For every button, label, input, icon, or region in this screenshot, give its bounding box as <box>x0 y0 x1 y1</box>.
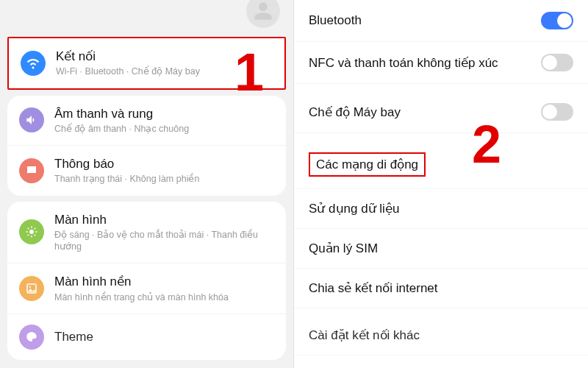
more-connections-label: Cài đặt kết nối khác <box>309 328 573 343</box>
nfc-label: NFC và thanh toán không tiếp xúc <box>309 55 534 71</box>
notifications-title: Thông báo <box>54 156 274 171</box>
profile-avatar[interactable] <box>246 0 280 28</box>
sound-title: Âm thanh và rung <box>54 106 274 121</box>
topbar <box>0 0 293 32</box>
sound-notifications-card: Âm thanh và rung Chế độ âm thanh · Nhạc … <box>7 96 286 196</box>
airplane-label: Chế độ Máy bay <box>309 105 534 120</box>
setting-row-tethering[interactable]: Chia sẻ kết nối internet <box>294 269 588 308</box>
svg-line-6 <box>35 235 36 236</box>
settings-item-wallpaper[interactable]: Màn hình nền Màn hình nền trang chủ và m… <box>7 263 286 314</box>
setting-row-sim[interactable]: Quản lý SIM <box>294 229 588 269</box>
settings-main-pane: Kết nối Wi-Fi · Bluetooth · Chế độ Máy b… <box>0 0 294 368</box>
display-icon <box>19 219 44 244</box>
person-icon <box>253 1 273 21</box>
settings-item-notifications[interactable]: Thông báo Thanh trạng thái · Không làm p… <box>7 146 286 196</box>
svg-line-5 <box>28 228 29 230</box>
divider <box>294 308 588 316</box>
svg-point-0 <box>29 230 34 234</box>
setting-row-more-connections[interactable]: Cài đặt kết nối khác <box>294 316 588 355</box>
bluetooth-toggle[interactable] <box>541 12 573 29</box>
svg-line-7 <box>28 235 29 236</box>
setting-row-airplane[interactable]: Chế độ Máy bay <box>294 91 588 133</box>
bluetooth-label: Bluetooth <box>309 13 534 28</box>
divider <box>294 133 588 141</box>
connections-title: Kết nối <box>56 49 273 64</box>
sim-label: Quản lý SIM <box>309 241 573 256</box>
mobile-networks-label: Các mạng di động <box>309 152 426 177</box>
divider <box>294 84 588 91</box>
display-sub: Độ sáng · Bảo vệ cho mắt thoải mái · Tha… <box>54 229 274 253</box>
wallpaper-title: Màn hình nền <box>54 274 274 289</box>
data-usage-label: Sử dụng dữ liệu <box>309 201 573 216</box>
setting-row-nfc[interactable]: NFC và thanh toán không tiếp xúc <box>294 42 588 84</box>
wallpaper-sub: Màn hình nền trang chủ và màn hình khóa <box>54 291 274 303</box>
tethering-label: Chia sẻ kết nối internet <box>309 280 573 296</box>
settings-item-display[interactable]: Màn hình Độ sáng · Bảo vệ cho mắt thoải … <box>7 202 286 264</box>
nfc-toggle[interactable] <box>541 54 573 71</box>
setting-row-mobile-networks[interactable]: Các mạng di động <box>294 141 588 189</box>
setting-row-bluetooth[interactable]: Bluetooth <box>294 0 588 42</box>
theme-icon <box>19 325 44 350</box>
settings-item-connections[interactable]: Kết nối Wi-Fi · Bluetooth · Chế độ Máy b… <box>9 38 284 88</box>
svg-point-10 <box>29 286 31 288</box>
wifi-icon <box>21 51 46 76</box>
settings-item-sound[interactable]: Âm thanh và rung Chế độ âm thanh · Nhạc … <box>7 96 286 146</box>
notification-icon <box>19 158 44 183</box>
settings-item-theme[interactable]: Theme <box>7 314 286 360</box>
row-texts: Kết nối Wi-Fi · Bluetooth · Chế độ Máy b… <box>56 49 273 78</box>
display-wallpaper-card: Màn hình Độ sáng · Bảo vệ cho mắt thoải … <box>7 202 286 360</box>
sound-sub: Chế độ âm thanh · Nhạc chuông <box>54 123 274 135</box>
theme-title: Theme <box>54 329 274 344</box>
wallpaper-icon <box>19 276 44 301</box>
connections-card-highlighted: Kết nối Wi-Fi · Bluetooth · Chế độ Máy b… <box>7 37 286 90</box>
connections-detail-pane: Bluetooth NFC và thanh toán không tiếp x… <box>294 0 588 368</box>
notifications-sub: Thanh trạng thái · Không làm phiền <box>54 173 274 185</box>
svg-line-8 <box>35 228 36 230</box>
sound-icon <box>19 107 44 132</box>
airplane-toggle[interactable] <box>541 103 573 121</box>
connections-list: Bluetooth NFC và thanh toán không tiếp x… <box>294 0 588 355</box>
display-title: Màn hình <box>54 212 274 227</box>
setting-row-data-usage[interactable]: Sử dụng dữ liệu <box>294 189 588 229</box>
connections-sub: Wi-Fi · Bluetooth · Chế độ Máy bay <box>56 66 273 77</box>
